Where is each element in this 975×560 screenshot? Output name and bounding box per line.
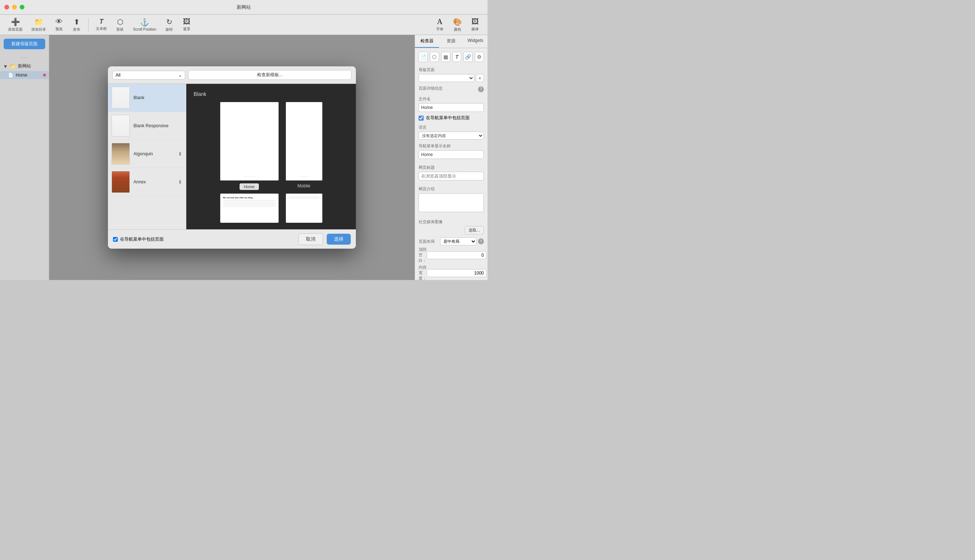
page-title-label: 网页标题 — [418, 165, 484, 170]
publish-label: 发布 — [73, 27, 80, 32]
social-img-label: 社交媒体图像 — [418, 219, 484, 225]
inspector-layout-icon-btn[interactable]: ▦ — [441, 52, 450, 62]
rotate-button[interactable]: ↻ 旋转 — [161, 16, 177, 33]
rotate-label: 旋转 — [165, 27, 173, 32]
template-item-algonquin[interactable]: Algonquin ⬇ — [108, 140, 186, 168]
template-filter-dropdown[interactable]: All ⌄ — [112, 71, 185, 80]
shape-button[interactable]: ⬡ 形状 — [112, 16, 128, 33]
preview-page-label-home: Home — [240, 183, 259, 190]
toolbar-sep-1 — [88, 18, 88, 32]
select-button[interactable]: 选择 — [327, 234, 351, 245]
main-layout: 新建母版页面 ... ▼ 📁 新网站 📄 Home All ⌄ 检查新 — [0, 35, 488, 280]
language-select[interactable]: 没有选定内容 — [418, 132, 484, 140]
blog-line-5 — [223, 206, 276, 207]
sidebar-site-item[interactable]: ▼ 📁 新网站 — [0, 62, 49, 71]
nav-display-label: 导航菜单显示名称 — [418, 143, 484, 149]
new-master-button[interactable]: 新建母版页面 — [3, 38, 45, 49]
blog-line-4 — [223, 205, 276, 205]
filename-input[interactable] — [418, 103, 484, 112]
modal-checkbox-row: 在导航菜单中包括页面 — [113, 236, 295, 242]
mobile-blog-line-2 — [289, 198, 319, 199]
template-item-annex[interactable]: Annex ⬇ — [108, 168, 186, 196]
content-width-row: 内容宽度： ▲ ▼ — [418, 265, 484, 280]
template-name-blank-responsive: Blank Responsive — [133, 123, 168, 128]
textbox-button[interactable]: T 文本框 — [92, 17, 110, 33]
page-intro-textarea[interactable] — [418, 193, 484, 212]
publish-button[interactable]: ⬆ 发布 — [68, 16, 85, 33]
modal-overlay: All ⌄ 检查新模板... Blank — [49, 35, 415, 280]
page-title-input[interactable] — [418, 172, 484, 180]
tab-inspector-label: 检查器 — [420, 38, 433, 43]
right-panel: 检查器 资源 Widgets 📄 ⬡ ▦ T 🔗 ⚙ 母版页面 — [415, 35, 488, 280]
page-icon: 📄 — [8, 73, 13, 78]
add-catalog-button[interactable]: 📁 添加目录 — [28, 16, 50, 33]
scroll-position-button[interactable]: ⚓ Scroll Position — [130, 17, 160, 33]
social-img-button[interactable]: 选取... — [465, 226, 484, 235]
content-width-label: 内容宽度： — [418, 265, 427, 280]
tab-resources[interactable]: 资源 — [439, 35, 463, 48]
template-thumb-algonquin — [112, 143, 130, 165]
titlebar-buttons — [4, 5, 25, 10]
color-button[interactable]: 🎨 颜色 — [449, 16, 466, 33]
close-btn[interactable] — [4, 5, 9, 10]
preview-button[interactable]: 👁 预览 — [51, 16, 67, 33]
add-page-button[interactable]: ➕ 添加页面 — [4, 16, 26, 33]
font-button[interactable]: A 字体 — [432, 16, 448, 33]
template-item-blank[interactable]: Blank — [108, 84, 186, 112]
preview-thumb-home: —————— — [220, 102, 278, 180]
check-template-button[interactable]: 检查新模板... — [188, 70, 352, 80]
media-button[interactable]: 🖼 媒体 — [467, 16, 483, 33]
dropdown-chevron-icon: ⌄ — [178, 73, 182, 78]
mobile-blog-line-1 — [289, 197, 319, 197]
sidebar-dots: ... — [0, 53, 49, 60]
preview-blog-inner: My second day with my blog — [220, 193, 278, 210]
content-width-input[interactable] — [427, 269, 487, 277]
page-detail-help-icon[interactable]: ? — [478, 87, 484, 92]
language-select-row: 没有选定内容 — [418, 132, 484, 140]
language-label: 语言 — [418, 125, 484, 130]
layout-select[interactable]: 居中布局 — [440, 237, 477, 245]
color-label: 颜色 — [454, 27, 461, 32]
nav-include-checkbox[interactable] — [418, 115, 424, 121]
tab-inspector[interactable]: 检查器 — [415, 35, 439, 48]
nav-include-checkbox-row: 在导航菜单中包括页面 — [418, 115, 484, 121]
site-name: 新网站 — [18, 63, 31, 69]
top-space-input[interactable] — [427, 251, 487, 259]
preview-page-inner-home: —————— — [220, 102, 278, 180]
add-page-label: 添加页面 — [8, 27, 23, 32]
inspector-shape-icon-btn[interactable]: ⬡ — [430, 52, 439, 62]
preview-page-inner-mobile: ————— — [286, 102, 322, 180]
mask-button[interactable]: 🖼 遮罩 — [179, 16, 195, 33]
nav-display-input[interactable] — [418, 150, 484, 159]
tab-resources-label: 资源 — [447, 38, 455, 43]
template-thumb-annex — [112, 171, 130, 193]
template-name-algonquin: Algonquin — [133, 151, 153, 157]
master-page-select[interactable] — [418, 74, 474, 82]
scroll-icon: ⚓ — [140, 18, 149, 27]
modal-nav-checkbox[interactable] — [113, 237, 118, 242]
mask-label: 遮罩 — [183, 27, 190, 32]
inspector-link-icon-btn[interactable]: 🔗 — [463, 52, 473, 62]
add-master-page-button[interactable]: + — [476, 74, 484, 82]
tab-widgets-label: Widgets — [467, 38, 483, 43]
add-page-icon: ➕ — [11, 18, 20, 26]
preview-footer-text-mobile: ————— — [286, 175, 322, 178]
preview-page-label-mobile: Mobile — [298, 183, 310, 188]
media-label: 媒体 — [472, 27, 479, 32]
titlebar: 新网站 — [0, 0, 488, 15]
sidebar-page-item-home[interactable]: 📄 Home — [0, 71, 49, 79]
template-item-blank-responsive[interactable]: Blank Responsive — [108, 112, 186, 140]
minimize-btn[interactable] — [12, 5, 17, 10]
inspector-gear-icon-btn[interactable]: ⚙ — [475, 52, 484, 62]
preview-label: 预览 — [55, 27, 63, 32]
cancel-button[interactable]: 取消 — [298, 233, 323, 245]
maximize-btn[interactable] — [20, 5, 25, 10]
filename-label: 文件名 — [418, 96, 484, 102]
master-page-select-row: + — [418, 74, 484, 82]
layout-help-icon[interactable]: ? — [478, 238, 484, 244]
inspector-page-icon-btn[interactable]: 📄 — [418, 52, 428, 62]
inspector-text-icon-btn[interactable]: T — [452, 52, 462, 62]
tab-widgets[interactable]: Widgets — [463, 35, 488, 48]
preview-title: Blank — [193, 91, 207, 97]
page-intro-label: 网页介绍 — [418, 186, 484, 192]
